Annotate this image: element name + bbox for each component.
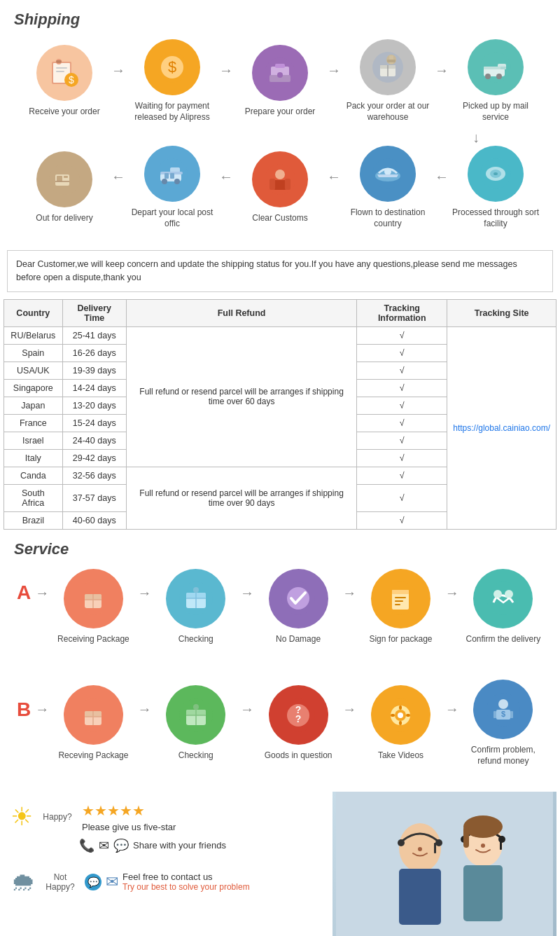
- contact-text: Feel free to contact us: [122, 872, 250, 882]
- service-item-b1: Receving Package: [50, 685, 136, 762]
- svg-rect-72: [395, 600, 403, 602]
- shipping-table: Country Delivery Time Full Refund Tracki…: [4, 299, 556, 530]
- arrow1: →: [111, 62, 125, 99]
- service-label-a: A: [14, 581, 34, 632]
- svg-rect-4: [56, 67, 67, 69]
- svg-point-39: [174, 179, 180, 184]
- svg-rect-105: [510, 711, 513, 718]
- svg-point-119: [463, 815, 503, 838]
- service-item-b5: $ Confirm problem, refund money: [461, 680, 546, 766]
- arrow7: ←: [327, 169, 341, 206]
- svg-rect-99: [406, 714, 410, 717]
- svg-point-26: [485, 74, 491, 79]
- cell-tracking: √: [357, 397, 447, 414]
- table-row: RU/Belarus25-41 daysFull refund or resen…: [4, 326, 556, 344]
- depart-icon: [144, 146, 200, 202]
- phone-icon: 📞: [79, 838, 94, 853]
- info-text: Dear Customer,we will keep concern and u…: [16, 259, 517, 282]
- cell-country: Israel: [4, 432, 63, 449]
- service-label-a2: Checking: [178, 634, 214, 645]
- cell-delivery: 15-24 days: [62, 414, 126, 432]
- cell-delivery: 24-40 days: [62, 432, 126, 449]
- cell-country: France: [4, 414, 63, 432]
- service-label-b1: Receving Package: [58, 750, 128, 762]
- nothappy-block: 🌧 Not Happy? 💬 ✉ Feel free to contact us…: [10, 867, 326, 897]
- share-row: 📞 ✉ 💬 Share with your friends: [10, 838, 326, 853]
- svg-rect-47: [285, 179, 290, 190]
- svg-rect-98: [391, 714, 395, 717]
- flow-label-pickup: Picked up by mail service: [450, 101, 541, 123]
- svg-rect-46: [270, 179, 275, 190]
- pack-icon: [360, 39, 416, 95]
- contact-subtext: Try our best to solve your problem: [122, 882, 250, 892]
- arrow5: ←: [111, 169, 125, 206]
- svg-text:?: ?: [295, 713, 302, 724]
- flow-label-sort: Processed through sort facility: [450, 207, 541, 229]
- svg-point-50: [384, 168, 391, 175]
- arrow-b2: →: [240, 701, 254, 745]
- arrow-b1: →: [138, 701, 152, 745]
- happy-block: ☀ Happy? ★★★★★ Please give us five-star …: [10, 802, 326, 853]
- service-circle-b3: ? ?: [269, 685, 328, 745]
- flow-label-customs: Clear Customs: [252, 213, 307, 224]
- svg-rect-41: [164, 173, 169, 179]
- shipping-flow-row2: Out for delivery ← Depart your local pos…: [14, 146, 546, 229]
- cell-country: USA/UK: [4, 362, 63, 379]
- customer-service-image: [332, 792, 556, 936]
- cell-tracking: √: [357, 432, 447, 449]
- cell-tracking: √: [357, 379, 447, 397]
- contact-block: 💬 ✉ Feel free to contact us Try our best…: [85, 872, 250, 892]
- cell-tracking: √: [357, 326, 447, 344]
- svg-point-75: [493, 590, 502, 598]
- arrow3: →: [327, 62, 341, 99]
- arrow-b3: →: [342, 701, 356, 745]
- svg-point-27: [496, 74, 502, 79]
- svg-rect-5: [56, 71, 64, 72]
- service-item-a4: Sign for package: [358, 569, 443, 645]
- svg-rect-32: [57, 176, 62, 181]
- happy-label: Happy?: [40, 812, 75, 822]
- cell-tracking: √: [357, 449, 447, 467]
- svg-rect-29: [500, 67, 506, 69]
- svg-rect-15: [275, 64, 285, 68]
- payment-icon: $: [144, 39, 200, 95]
- service-item-a1: Receiving Package: [50, 569, 136, 645]
- flow-label-payment: Waiting for payment released by Alipress: [127, 101, 218, 123]
- cell-tracking: √: [357, 484, 447, 511]
- happy-row: ☀ Happy? ★★★★★ Please give us five-star: [10, 802, 326, 832]
- cell-delivery: 37-57 days: [62, 484, 126, 511]
- svg-rect-106: [336, 792, 553, 936]
- pickup-icon: [468, 39, 524, 95]
- cell-country: Singapore: [4, 379, 63, 397]
- svg-rect-104: [493, 711, 496, 718]
- flow-label-outdelivery: Out for delivery: [36, 213, 92, 224]
- svg-rect-45: [274, 180, 286, 190]
- col-tracking: Tracking Information: [357, 299, 447, 326]
- cell-delivery: 25-41 days: [62, 326, 126, 344]
- flow-item-payment: $ Waiting for payment released by Alipre…: [127, 39, 218, 123]
- flow-label-receive: Receive your order: [29, 106, 99, 118]
- svg-point-87: [193, 704, 199, 710]
- stars-block: ★★★★★ Please give us five-star: [82, 802, 176, 832]
- chat-icon: 💬: [113, 838, 129, 853]
- service-label-a4: Sign for package: [369, 634, 432, 645]
- receive-icon: $: [36, 45, 92, 101]
- cell-country: Italy: [4, 449, 63, 467]
- bottom-section: ☀ Happy? ★★★★★ Please give us five-star …: [4, 792, 556, 936]
- cell-country: South Africa: [4, 484, 63, 511]
- bottom-left: ☀ Happy? ★★★★★ Please give us five-star …: [4, 792, 332, 936]
- svg-point-101: [498, 699, 508, 709]
- flow-item-depart: Depart your local post offic: [127, 146, 218, 229]
- contact-icon1: 💬: [85, 874, 102, 890]
- service-label-a5: Confirm the delivery: [465, 634, 540, 645]
- service-circle-b5: $: [473, 680, 533, 739]
- svg-rect-70: [392, 590, 409, 594]
- svg-rect-73: [395, 604, 400, 605]
- svg-point-118: [481, 844, 485, 848]
- cell-tracking: √: [357, 414, 447, 432]
- svg-rect-7: [56, 60, 62, 63]
- outdelivery-icon: [36, 151, 92, 207]
- service-label-b4: Take Videos: [378, 750, 424, 762]
- svg-point-109: [398, 839, 405, 846]
- cell-refund-1: Full refund or resend parcel will be arr…: [126, 326, 357, 467]
